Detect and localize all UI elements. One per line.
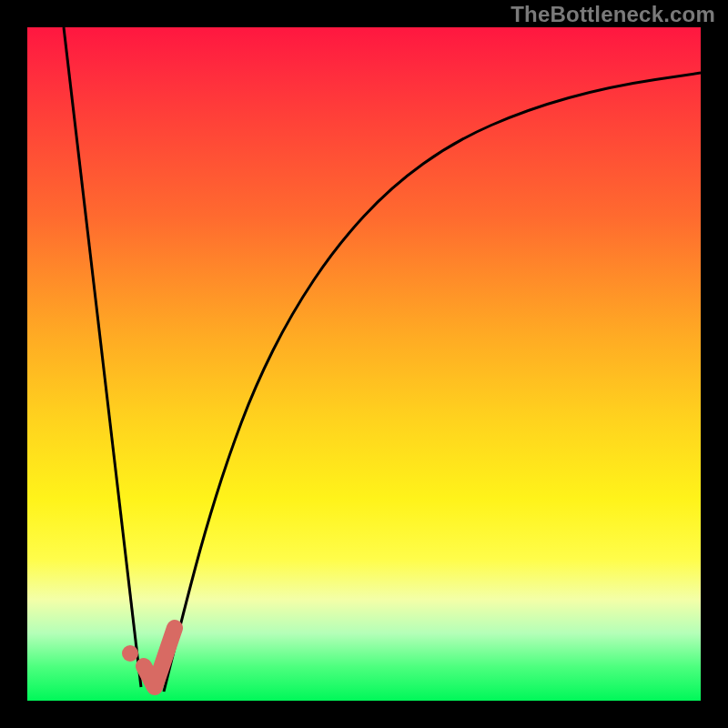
plot-area: [27, 27, 701, 701]
chart-frame: TheBottleneck.com: [0, 0, 728, 728]
series-right-curve: [164, 73, 701, 692]
series-checkmark-accent: [144, 628, 175, 687]
series-left-descent: [64, 27, 141, 687]
series-accent-dot: [122, 645, 138, 662]
curve-layer: [27, 27, 701, 701]
watermark-text: TheBottleneck.com: [511, 2, 715, 27]
series-layer: [64, 27, 701, 692]
